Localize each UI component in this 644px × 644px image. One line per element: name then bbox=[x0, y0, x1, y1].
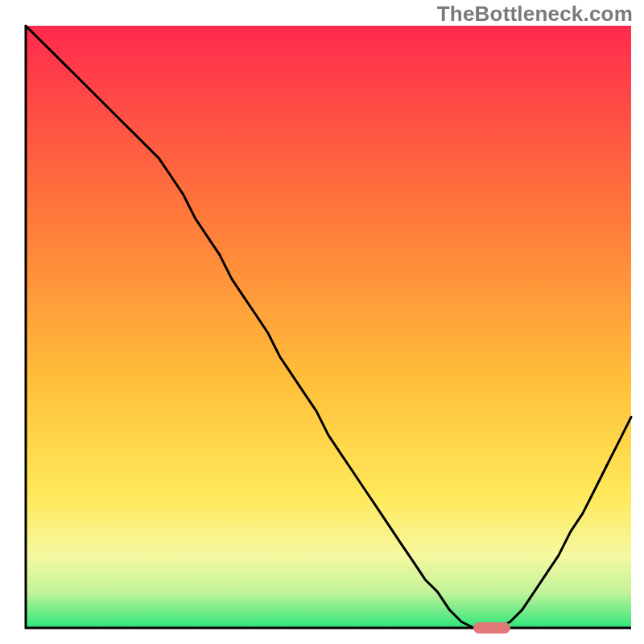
bottleneck-chart: TheBottleneck.com bbox=[0, 0, 644, 644]
optimal-marker bbox=[473, 622, 510, 634]
watermark-text: TheBottleneck.com bbox=[437, 2, 633, 27]
chart-svg bbox=[0, 0, 644, 644]
